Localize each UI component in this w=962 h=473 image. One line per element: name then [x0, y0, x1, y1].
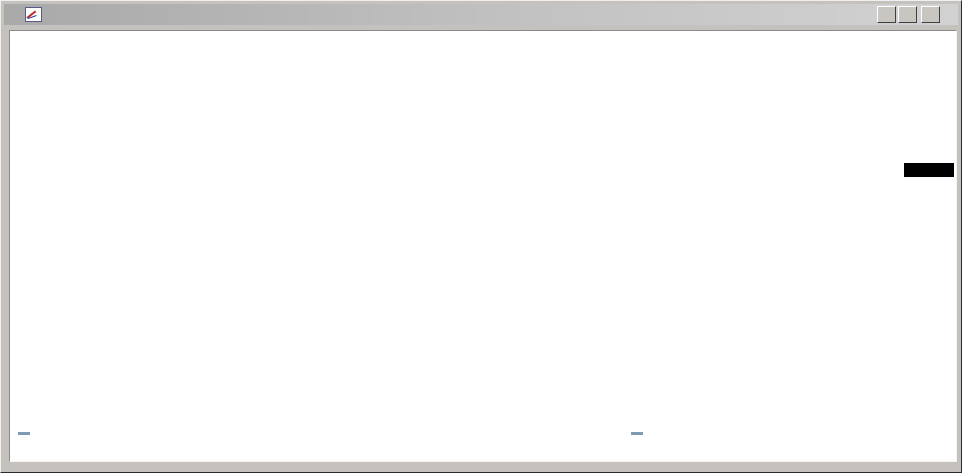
chart-window: [0, 0, 962, 473]
chart-client-area: [9, 30, 957, 462]
month-badge-march: [18, 432, 30, 435]
month-badge-april: [631, 432, 643, 435]
chart-canvas[interactable]: [1, 1, 962, 473]
current-price-badge: [904, 163, 954, 177]
